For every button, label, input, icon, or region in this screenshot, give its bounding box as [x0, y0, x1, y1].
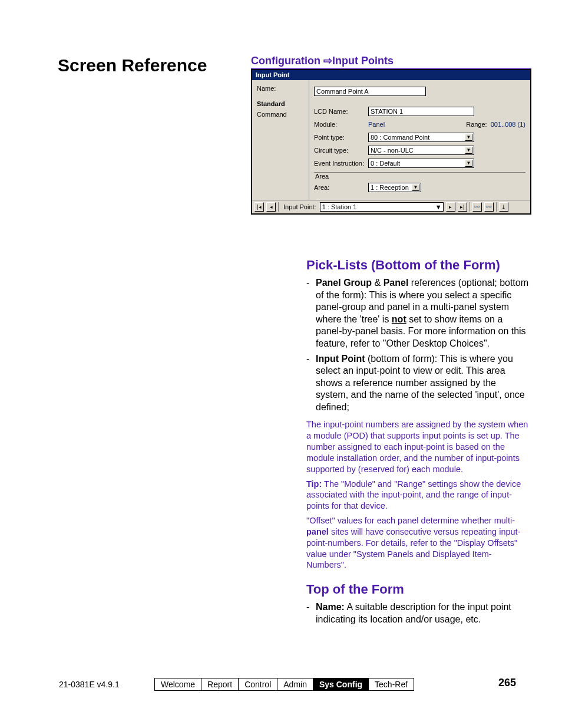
name-field[interactable]: Command Point A — [314, 87, 426, 96]
range-value: 001..008 (1) — [491, 121, 525, 128]
find-next-button[interactable]: 👓 — [484, 202, 494, 212]
bullet-name: Name: A suitable description for the inp… — [306, 601, 530, 625]
lcd-name-label: LCD Name: — [314, 108, 368, 115]
point-type-label: Point type: — [314, 134, 368, 141]
window-titlebar: Input Point — [252, 70, 530, 80]
picklists-heading: Pick-Lists (Bottom of the Form) — [306, 257, 530, 274]
page-number: 265 — [498, 677, 516, 689]
nav-prev-button[interactable]: ◂ — [266, 202, 276, 212]
top-of-form-heading: Top of the Form — [306, 581, 530, 598]
record-navigator: |◂ ◂ Input Point: 1 : Station 1 ▼ ▸ ▸| 👓… — [252, 200, 530, 213]
note-tip: Tip: The "Module" and "Range" settings s… — [306, 479, 530, 512]
area-select[interactable]: 1 : Reception ▼ — [368, 183, 421, 192]
find-button[interactable]: 👓 — [472, 202, 482, 212]
note-assignment: The input-point numbers are assigned by … — [306, 419, 530, 475]
breadcrumb-b: Input Points — [332, 55, 394, 67]
tab-command[interactable]: Command — [257, 111, 305, 118]
nav-next-button[interactable]: ▸ — [446, 202, 455, 212]
footer-tabs: Welcome Report Control Admin Sys Config … — [154, 678, 414, 691]
circuit-type-label: Circuit type: — [314, 147, 368, 154]
tab-welcome[interactable]: Welcome — [155, 678, 201, 690]
chevron-down-icon: ▼ — [465, 147, 472, 154]
doc-id: 21-0381E v4.9.1 — [59, 680, 120, 689]
nav-label: Input Point: — [281, 203, 318, 210]
tab-tech-ref[interactable]: Tech-Ref — [369, 678, 414, 690]
section-title: Screen Reference — [58, 55, 234, 75]
input-point-window: Input Point Name: Standard Command Comma… — [251, 69, 531, 215]
chevron-down-icon: ▼ — [465, 134, 472, 141]
tab-standard[interactable]: Standard — [257, 100, 305, 107]
point-type-select[interactable]: 80 : Command Point ▼ — [368, 133, 474, 142]
tab-control[interactable]: Control — [239, 678, 277, 690]
note-offset: "Offset" values for each panel determine… — [306, 515, 530, 571]
circuit-type-select[interactable]: N/C - non-ULC ▼ — [368, 146, 474, 155]
event-instruction-label: Event Instruction: — [314, 160, 368, 167]
save-button[interactable]: ⤓ — [499, 202, 508, 212]
module-link[interactable]: Panel — [368, 121, 385, 128]
range-label: Range: — [466, 121, 487, 128]
name-label: Name: — [257, 85, 305, 92]
chevron-down-icon: ▼ — [465, 160, 472, 167]
module-label: Module: — [314, 121, 368, 128]
bullet-panel-group: Panel Group & Panel references (optional… — [306, 277, 530, 350]
event-instruction-select[interactable]: 0 : Default ▼ — [368, 159, 474, 168]
nav-first-button[interactable]: |◂ — [254, 202, 264, 212]
tab-sys-config[interactable]: Sys Config — [313, 678, 369, 690]
chevron-down-icon: ▼ — [435, 203, 442, 210]
tab-admin[interactable]: Admin — [277, 678, 313, 690]
tab-report[interactable]: Report — [201, 678, 239, 690]
lcd-name-field[interactable]: STATION 1 — [368, 107, 474, 116]
breadcrumb-a: Configuration — [251, 55, 320, 67]
area-label: Area: — [314, 184, 368, 191]
bullet-input-point: Input Point (bottom of form): This is wh… — [306, 353, 530, 413]
breadcrumb: Configuration ⇨Input Points — [251, 54, 531, 69]
area-group-label: Area — [315, 173, 525, 180]
nav-record-select[interactable]: 1 : Station 1 ▼ — [320, 202, 444, 212]
chevron-down-icon: ▼ — [412, 184, 419, 191]
nav-last-button[interactable]: ▸| — [458, 202, 467, 212]
breadcrumb-arrow-icon: ⇨ — [323, 55, 332, 67]
